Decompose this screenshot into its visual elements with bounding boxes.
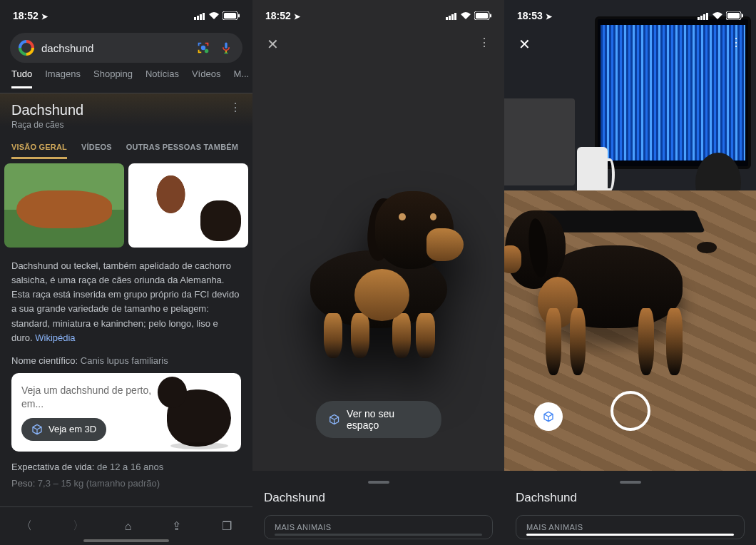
nav-share-icon[interactable]: ⇪ [172, 519, 181, 533]
drag-handle-icon[interactable] [368, 481, 389, 484]
wifi-icon [208, 11, 220, 20]
search-box[interactable]: dachshund [10, 33, 242, 63]
kp-subtitle: Raça de cães [11, 120, 241, 130]
wifi-icon [712, 11, 723, 20]
view-in-space-button[interactable]: Ver no seu espaço [315, 401, 441, 438]
svg-rect-2 [200, 14, 202, 20]
nav-forward-icon[interactable]: 〉 [73, 519, 84, 534]
home-indicator[interactable] [83, 539, 169, 542]
dog-ar-model[interactable] [509, 190, 710, 387]
svg-rect-0 [194, 17, 196, 20]
image-thumb-1[interactable] [4, 163, 124, 248]
fact-weight: Peso: 7,3 – 15 kg (tamanho padrão) [0, 475, 252, 491]
laptop-prop [504, 98, 575, 185]
kp-title: Dachshund [11, 102, 241, 118]
search-query: dachshund [41, 42, 188, 54]
view-3d-text: Veja um dachshund de perto, em... [21, 384, 160, 411]
shutter-button[interactable] [611, 391, 650, 431]
more-animals-card[interactable]: MAIS ANIMAIS [516, 515, 745, 539]
tab-all[interactable]: Tudo [11, 68, 32, 88]
svg-rect-9 [225, 43, 227, 49]
3d-scene[interactable] [252, 0, 504, 545]
dog-thumbnail-icon [167, 389, 231, 447]
tab-more[interactable]: M... [233, 68, 249, 88]
search-tabs: Tudo Imagens Shopping Notícias Vídeos M.… [0, 68, 252, 88]
nav-tabs-icon[interactable]: ❐ [222, 519, 232, 533]
dog-3d-model[interactable] [293, 180, 464, 365]
object-view-button[interactable] [534, 402, 563, 431]
cube-icon [328, 414, 339, 425]
google-logo-icon [19, 40, 34, 56]
view-3d-card[interactable]: Veja um dachshund de perto, em... Veja e… [11, 373, 241, 452]
svg-rect-22 [706, 13, 708, 20]
sheet-title: Dachshund [516, 491, 745, 505]
svg-point-7 [205, 49, 209, 54]
image-row [0, 159, 252, 252]
cube-icon [31, 424, 43, 435]
tab-news[interactable]: Notícias [145, 68, 179, 88]
knowledge-panel: Dachshund Raça de cães ⋮ VISÃO GERAL VÍD… [0, 93, 252, 159]
view-3d-button[interactable]: Veja em 3D [21, 418, 106, 441]
svg-rect-19 [698, 17, 700, 20]
cellular-icon [194, 12, 205, 20]
sheet-title: Dachshund [264, 491, 493, 505]
ar-camera-view[interactable] [504, 0, 756, 545]
viewer-topbar: ✕ ⋮ [504, 36, 756, 53]
nav-home-icon[interactable]: ⌂ [125, 520, 132, 533]
battery-icon [223, 11, 240, 20]
kp-tab-people[interactable]: OUTRAS PESSOAS TAMBÉM PESQU [126, 143, 241, 159]
tab-videos[interactable]: Vídeos [192, 68, 220, 88]
drag-handle-icon[interactable] [620, 481, 641, 484]
more-animals-card[interactable]: MAIS ANIMAIS [264, 515, 493, 539]
google-lens-icon[interactable] [195, 40, 211, 56]
status-bar: 18:52 ➤ [0, 0, 252, 31]
svg-rect-3 [203, 13, 205, 20]
svg-point-8 [201, 46, 205, 50]
status-icons [194, 11, 240, 20]
tab-images[interactable]: Imagens [45, 68, 81, 88]
3d-viewer-panel: 18:52 ➤ ✕ ⋮ Ver no seu espaço Dachshund … [252, 0, 504, 545]
kp-tab-videos[interactable]: VÍDEOS [81, 143, 112, 159]
bottom-sheet[interactable]: Dachshund MAIS ANIMAIS [504, 471, 756, 545]
fact-life-expectancy: Expectativa de vida: de 12 a 16 anos [0, 459, 252, 475]
svg-rect-21 [703, 14, 705, 20]
fact-scientific-name: Nome científico: Canis lupus familiaris [0, 352, 252, 369]
status-time: 18:53 ➤ [517, 10, 552, 21]
cellular-icon [698, 12, 709, 20]
svg-rect-5 [224, 13, 236, 19]
status-bar: 18:53 ➤ [504, 0, 756, 31]
kp-more-icon[interactable]: ⋮ [230, 101, 241, 114]
tab-shopping[interactable]: Shopping [93, 68, 133, 88]
google-search-panel: 18:52 ➤ dachshund Tudo Imagens Shopping … [0, 0, 252, 545]
svg-rect-24 [727, 13, 740, 19]
wikipedia-link[interactable]: Wikipédia [35, 332, 75, 343]
svg-rect-25 [742, 14, 743, 18]
nav-back-icon[interactable]: 〈 [21, 519, 32, 534]
kp-description-text: Dachshund ou teckel, também apelidado de… [11, 260, 239, 343]
image-thumb-2[interactable] [128, 163, 248, 248]
status-icons [698, 11, 743, 20]
svg-rect-20 [700, 16, 703, 20]
ar-viewer-panel: 18:53 ➤ ✕ ⋮ Dachshund MAIS ANIMAIS [504, 0, 756, 545]
kp-description: Dachshund ou teckel, também apelidado de… [0, 252, 252, 352]
cube-icon [543, 411, 554, 422]
microphone-icon[interactable] [218, 40, 234, 56]
status-time: 18:52 ➤ [13, 10, 48, 21]
svg-rect-1 [197, 16, 199, 20]
kp-tabs: VISÃO GERAL VÍDEOS OUTRAS PESSOAS TAMBÉM… [11, 143, 241, 159]
more-icon[interactable]: ⋮ [730, 36, 742, 53]
kp-tab-overview[interactable]: VISÃO GERAL [11, 143, 67, 159]
bottom-sheet[interactable]: Dachshund MAIS ANIMAIS [252, 471, 504, 545]
svg-rect-6 [238, 14, 240, 18]
close-icon[interactable]: ✕ [519, 36, 531, 53]
battery-icon [726, 11, 743, 20]
